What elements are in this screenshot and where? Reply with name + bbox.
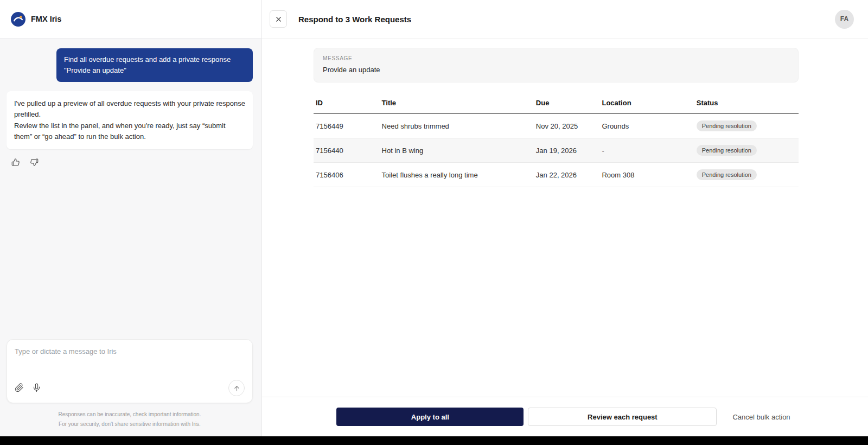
- cancel-bulk-action-link[interactable]: Cancel bulk action: [729, 412, 793, 422]
- assistant-message-line-2: Review the list in the panel, and when y…: [14, 120, 245, 142]
- cell-status: Pending resolution: [694, 114, 799, 138]
- column-header-id: ID: [314, 92, 380, 114]
- screen-letterbox: [0, 436, 868, 445]
- feedback-row: [11, 157, 253, 167]
- panel-body: MESSAGE Provide an update ID Title Due L…: [262, 39, 868, 397]
- cell-due: Jan 19, 2026: [534, 138, 600, 163]
- thumbs-down-icon[interactable]: [29, 157, 39, 167]
- status-badge: Pending resolution: [697, 145, 757, 156]
- message-composer: [7, 339, 253, 403]
- assistant-message-line-1: I've pulled up a preview of all overdue …: [14, 98, 245, 120]
- bulk-action-bar: Apply to all Review each request Cancel …: [262, 397, 868, 436]
- app-screen: FMX Iris Find all overdue requests and a…: [0, 0, 868, 436]
- column-header-title: Title: [380, 92, 534, 114]
- chat-panel-header: FMX Iris: [0, 0, 261, 39]
- chat-thread: Find all overdue requests and add a priv…: [0, 39, 261, 436]
- cell-due: Nov 20, 2025: [534, 114, 600, 138]
- thumbs-up-icon[interactable]: [11, 157, 21, 167]
- attachment-icon[interactable]: [15, 383, 24, 393]
- assistant-message-bubble: I've pulled up a preview of all overdue …: [7, 91, 253, 149]
- chat-panel: FMX Iris Find all overdue requests and a…: [0, 0, 262, 436]
- cell-title: Need shrubs trimmed: [380, 114, 534, 138]
- user-avatar[interactable]: FA: [835, 10, 854, 29]
- message-value: Provide an update: [323, 66, 789, 74]
- cell-title: Toilet flushes a really long time: [380, 163, 534, 187]
- table-row[interactable]: 7156440 Hot in B wing Jan 19, 2026 - Pen…: [314, 138, 799, 163]
- send-button[interactable]: [228, 380, 245, 396]
- column-header-status: Status: [694, 92, 799, 114]
- cell-due: Jan 22, 2026: [534, 163, 600, 187]
- disclaimer-line-1: Responses can be inaccurate, check impor…: [7, 410, 253, 419]
- cell-status: Pending resolution: [694, 163, 799, 187]
- user-message-bubble: Find all overdue requests and add a priv…: [56, 48, 253, 82]
- table-row[interactable]: 7156406 Toilet flushes a really long tim…: [314, 163, 799, 187]
- review-each-request-button[interactable]: Review each request: [528, 408, 717, 426]
- chat-disclaimer: Responses can be inaccurate, check impor…: [7, 410, 253, 429]
- brand-name: FMX Iris: [31, 15, 61, 23]
- column-header-due: Due: [534, 92, 600, 114]
- close-icon: [275, 15, 283, 23]
- bulk-message-card: MESSAGE Provide an update: [314, 48, 799, 82]
- column-header-location: Location: [599, 92, 694, 114]
- composer-toolbar: [15, 380, 245, 396]
- microphone-icon[interactable]: [32, 383, 42, 393]
- apply-to-all-button[interactable]: Apply to all: [336, 408, 524, 426]
- cell-status: Pending resolution: [694, 138, 799, 163]
- panel-header: Respond to 3 Work Requests FA: [262, 0, 868, 39]
- cell-id: 7156406: [314, 163, 380, 187]
- cell-id: 7156449: [314, 114, 380, 138]
- cell-location: Room 308: [599, 163, 694, 187]
- status-badge: Pending resolution: [697, 169, 757, 180]
- close-button[interactable]: [270, 10, 287, 28]
- cell-title: Hot in B wing: [380, 138, 534, 163]
- table-row[interactable]: 7156449 Need shrubs trimmed Nov 20, 2025…: [314, 114, 799, 138]
- fmx-logo-icon: [11, 12, 25, 27]
- cell-id: 7156440: [314, 138, 380, 163]
- chat-input[interactable]: [15, 347, 245, 355]
- chat-spacer: [7, 167, 253, 339]
- message-label: MESSAGE: [323, 55, 789, 61]
- work-requests-table: ID Title Due Location Status 7156449 Nee…: [314, 92, 799, 187]
- cell-location: Grounds: [599, 114, 694, 138]
- cell-location: -: [599, 138, 694, 163]
- page-title: Respond to 3 Work Requests: [298, 15, 411, 24]
- disclaimer-line-2: For your security, don't share sensitive…: [7, 419, 253, 429]
- status-badge: Pending resolution: [697, 120, 757, 131]
- work-requests-panel: Respond to 3 Work Requests FA MESSAGE Pr…: [262, 0, 868, 436]
- table-header-row: ID Title Due Location Status: [314, 92, 799, 114]
